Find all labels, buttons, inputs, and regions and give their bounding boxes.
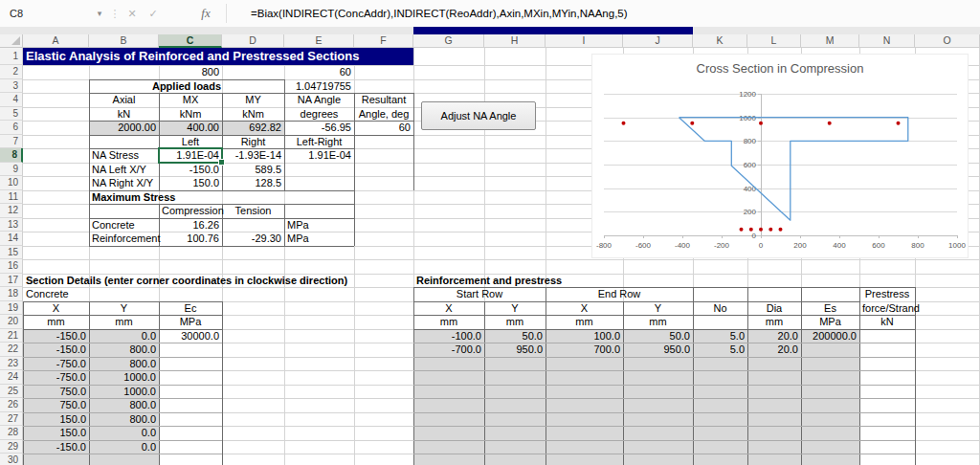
cell-D9[interactable]: 589.5 (222, 163, 284, 177)
cell-A17[interactable]: Section Details (enter corner coordinate… (23, 274, 413, 288)
column-header-H[interactable]: H (484, 34, 546, 48)
cell-N20[interactable]: kN (859, 315, 915, 329)
cell-L22[interactable]: 20.0 (747, 343, 801, 357)
column-header-A[interactable]: A (23, 34, 89, 48)
cell-I21[interactable]: 100.0 (546, 329, 623, 343)
cell-C2[interactable]: 800 (159, 65, 222, 79)
cell-B13[interactable]: Concrete (89, 218, 159, 232)
cell-G19[interactable]: X (413, 301, 484, 316)
cell-C20[interactable]: MPa (159, 315, 222, 329)
formula-bar-splitter-icon[interactable]: ⋮ (109, 0, 121, 27)
cell-B20[interactable]: mm (89, 315, 159, 329)
row-header-18[interactable]: 18 (0, 287, 23, 301)
column-header-C[interactable]: C (159, 34, 222, 48)
cell-I20[interactable]: mm (546, 315, 623, 329)
cell-A21[interactable]: -150.0 (23, 329, 89, 343)
column-header-N[interactable]: N (859, 34, 915, 48)
cell-B25[interactable]: 1000.0 (89, 385, 159, 399)
cell-E8[interactable]: 1.91E-04 (284, 148, 354, 163)
column-header-M[interactable]: M (801, 34, 859, 48)
row-header-12[interactable]: 12 (0, 204, 23, 218)
row-header-14[interactable]: 14 (0, 232, 23, 246)
cell-A26[interactable]: 750.0 (23, 398, 89, 412)
row-header-19[interactable]: 19 (0, 301, 23, 316)
cell-H20[interactable]: mm (484, 315, 546, 329)
row-header-5[interactable]: 5 (0, 107, 23, 122)
column-header-L[interactable]: L (747, 34, 801, 48)
cell-G18[interactable]: Start Row (413, 287, 546, 301)
cell-E2[interactable]: 60 (284, 65, 354, 79)
cell-B11[interactable]: Maximum Stress (89, 190, 159, 205)
row-header-29[interactable]: 29 (0, 440, 23, 454)
cell-A23[interactable]: -750.0 (23, 357, 89, 371)
row-header-16[interactable]: 16 (0, 259, 23, 274)
title-banner[interactable]: Elastic Analysis of Reinforced and Prest… (23, 48, 413, 65)
cell-C4[interactable]: MX (159, 93, 222, 107)
column-header-J[interactable]: J (623, 34, 693, 48)
row-header-25[interactable]: 25 (0, 385, 23, 399)
row-header-23[interactable]: 23 (0, 357, 23, 371)
cell-F5[interactable]: Angle, deg (354, 107, 413, 122)
adjust-na-angle-button[interactable]: Adjust NA Angle (421, 101, 536, 130)
column-header-K[interactable]: K (693, 34, 747, 48)
cell-E6[interactable]: -56.95 (284, 121, 354, 135)
column-header-F[interactable]: F (354, 34, 413, 48)
enter-icon[interactable]: ✓ (144, 0, 163, 27)
cell-D6[interactable]: 692.82 (222, 121, 284, 135)
row-header-27[interactable]: 27 (0, 412, 23, 427)
name-box-dropdown-icon[interactable]: ▾ (92, 0, 107, 27)
cell-N18[interactable]: Prestress (859, 287, 915, 301)
cell-M20[interactable]: MPa (801, 315, 859, 329)
column-header-O[interactable]: O (915, 34, 980, 48)
cell-C21[interactable]: 30000.0 (159, 329, 222, 343)
selection-box[interactable] (158, 147, 223, 164)
cell-B19[interactable]: Y (89, 301, 159, 316)
cell-B8[interactable]: NA Stress (89, 148, 159, 163)
cell-G17[interactable]: Reinforcement and prestress (413, 274, 623, 288)
cell-G21[interactable]: -100.0 (413, 329, 484, 343)
select-all-corner[interactable] (0, 34, 23, 48)
row-header-26[interactable]: 26 (0, 398, 23, 412)
cell-E5[interactable]: degrees (284, 107, 354, 122)
cell-M19[interactable]: Es (801, 301, 859, 316)
cell-C19[interactable]: Ec (159, 301, 222, 316)
cell-A25[interactable]: 750.0 (23, 385, 89, 399)
row-header-3[interactable]: 3 (0, 79, 23, 94)
cell-K19[interactable]: No (693, 301, 747, 316)
cell-B3[interactable]: Applied loads (89, 79, 284, 94)
row-header-1[interactable]: 1 (0, 48, 23, 65)
cell-A29[interactable]: -150.0 (23, 440, 89, 454)
row-header-11[interactable]: 11 (0, 190, 23, 205)
cell-J20[interactable]: mm (623, 315, 693, 329)
cell-E4[interactable]: NA Angle (284, 93, 354, 107)
cell-E13[interactable]: MPa (284, 218, 354, 232)
row-header-8[interactable]: 8 (0, 148, 23, 163)
cell-D10[interactable]: 128.5 (222, 176, 284, 190)
row-header-17[interactable]: 17 (0, 274, 23, 288)
cell-I22[interactable]: 700.0 (546, 343, 623, 357)
cell-A19[interactable]: X (23, 301, 89, 316)
row-header-15[interactable]: 15 (0, 246, 23, 260)
cell-D5[interactable]: kNm (222, 107, 284, 122)
cell-G20[interactable]: mm (413, 315, 484, 329)
cross-section-chart[interactable]: -800-600-400-200020040060080010000200400… (591, 54, 969, 258)
row-header-20[interactable]: 20 (0, 315, 23, 329)
cell-A27[interactable]: 150.0 (23, 412, 89, 427)
row-header-30[interactable]: 30 (0, 454, 23, 465)
formula-input[interactable]: =Biax(INDIRECT(ConcAddr),INDIRECT(ReoAdd… (251, 0, 628, 27)
row-header-4[interactable]: 4 (0, 93, 23, 107)
row-header-21[interactable]: 21 (0, 329, 23, 343)
row-header-22[interactable]: 22 (0, 343, 23, 357)
cell-J19[interactable]: Y (623, 301, 693, 316)
column-header-D[interactable]: D (222, 34, 284, 48)
cancel-icon[interactable]: ✕ (122, 0, 142, 27)
cell-C5[interactable]: kNm (159, 107, 222, 122)
cell-B10[interactable]: NA Right X/Y (89, 176, 159, 190)
cell-D8[interactable]: -1.93E-14 (222, 148, 284, 163)
row-header-7[interactable]: 7 (0, 135, 23, 149)
cell-J22[interactable]: 950.0 (623, 343, 693, 357)
cell-B6[interactable]: 2000.00 (89, 121, 159, 135)
row-header-2[interactable]: 2 (0, 65, 23, 79)
cell-A22[interactable]: -150.0 (23, 343, 89, 357)
cell-H19[interactable]: Y (484, 301, 546, 316)
